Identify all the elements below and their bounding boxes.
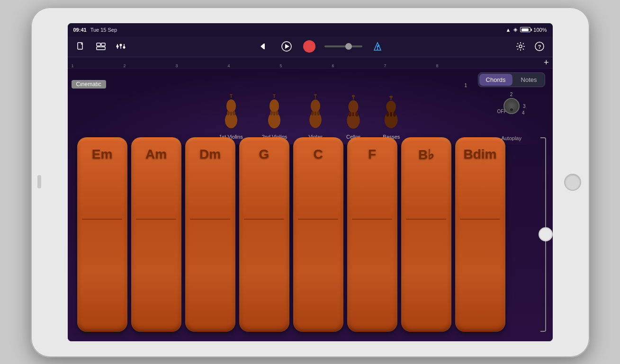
chord-name-bb: B♭	[418, 147, 434, 162]
chord-name-bdim: Bdim	[464, 147, 497, 162]
svg-point-34	[311, 99, 320, 112]
svg-point-31	[276, 111, 279, 115]
rewind-button[interactable]	[256, 39, 271, 54]
timeline-ruler: 1 2 3 4 5 6 7 8 +	[68, 57, 553, 69]
autoplay-label: Autoplay	[501, 135, 521, 141]
svg-point-17	[519, 45, 522, 48]
chord-name-em: Em	[92, 147, 113, 162]
autoplay-label-2: 2	[510, 92, 513, 97]
mixer-button[interactable]	[113, 39, 128, 54]
arrange-button[interactable]	[93, 39, 108, 54]
status-date: Tue 15 Sep	[90, 27, 117, 33]
svg-point-48	[386, 100, 396, 113]
home-button[interactable]	[564, 174, 581, 191]
ipad-frame: 09:41 Tue 15 Sep ▲ ◈ 100%	[31, 7, 590, 357]
svg-rect-50	[390, 112, 392, 116]
chord-name-c: C	[313, 147, 323, 162]
svg-point-44	[349, 112, 351, 116]
status-right: ▲ ◈ 100%	[505, 27, 547, 33]
svg-point-23	[227, 111, 230, 115]
autoplay-label-1: 1	[465, 83, 467, 88]
cinematic-label: Cinematic	[72, 80, 106, 89]
autoplay-label-3: 3	[523, 103, 526, 108]
autoplay-knob-container: 2 3 OFF 4	[497, 92, 526, 120]
svg-point-20	[226, 99, 236, 113]
chord-pad-dm[interactable]: Dm	[185, 137, 235, 332]
ruler-mark-8: 8	[436, 63, 439, 68]
svg-point-52	[393, 112, 396, 116]
chord-pad-g[interactable]: G	[239, 137, 289, 332]
autoplay-knob-dial[interactable]	[503, 98, 520, 114]
svg-point-33	[273, 94, 276, 95]
chord-name-am: Am	[145, 147, 167, 162]
play-button[interactable]	[279, 39, 294, 54]
battery-icon	[520, 27, 530, 32]
main-content: Cinematic 1st Violins	[68, 69, 553, 341]
add-track-button[interactable]: +	[544, 58, 549, 68]
chord-pad-c[interactable]: C	[293, 137, 343, 332]
side-bracket	[538, 137, 549, 332]
ruler-mark-7: 7	[384, 63, 386, 68]
ruler-mark-2: 2	[124, 63, 126, 68]
chord-pad-bdim[interactable]: Bdim	[455, 137, 505, 332]
status-bar: 09:41 Tue 15 Sep ▲ ◈ 100%	[68, 23, 553, 36]
chord-pad-f[interactable]: F	[347, 137, 397, 332]
instrument-1st-violins[interactable]: 1st Violins	[219, 94, 243, 140]
record-button[interactable]	[302, 39, 317, 54]
battery-label: 100%	[533, 27, 547, 33]
help-button[interactable]: ?	[532, 39, 547, 54]
svg-point-41	[349, 100, 359, 113]
toolbar-right: ?	[513, 39, 547, 54]
metronome-button[interactable]	[370, 39, 385, 54]
svg-rect-22	[230, 112, 232, 115]
ruler: 1 2 3 4 5 6 7 8	[72, 57, 540, 68]
chord-pad-am[interactable]: Am	[131, 137, 181, 332]
autoplay-control: 2 3 OFF 4 1 Autoplay	[497, 92, 526, 141]
svg-text:?: ?	[538, 44, 541, 50]
instrument-basses[interactable]: Basses	[382, 94, 401, 140]
ruler-mark-3: 3	[176, 63, 178, 68]
chord-name-f: F	[368, 147, 376, 162]
svg-point-51	[386, 112, 389, 116]
instrument-violas[interactable]: Violas	[306, 94, 325, 140]
toolbar: ?	[68, 36, 553, 57]
svg-point-7	[119, 44, 122, 46]
status-time: 09:41	[73, 27, 87, 33]
side-button[interactable]	[37, 175, 41, 188]
svg-rect-1	[97, 43, 100, 46]
chord-name-g: G	[259, 147, 270, 162]
bracket-handle[interactable]	[539, 227, 553, 241]
notes-toggle-button[interactable]: Notes	[514, 74, 544, 86]
controls-panel: Chords Notes 2 3 OFF 4 1 Autopl	[478, 72, 545, 141]
autoplay-label-4: 4	[522, 110, 525, 115]
transport-controls	[133, 39, 508, 54]
ruler-mark-6: 6	[332, 63, 334, 68]
svg-point-54	[389, 96, 393, 98]
chord-pad-em[interactable]: Em	[77, 137, 127, 332]
svg-rect-36	[314, 111, 316, 115]
volume-slider[interactable]	[324, 45, 362, 47]
svg-point-30	[270, 111, 273, 115]
svg-marker-13	[285, 44, 289, 49]
svg-point-47	[352, 95, 355, 97]
svg-point-27	[270, 99, 279, 113]
svg-point-24	[233, 111, 235, 115]
svg-point-26	[230, 94, 233, 95]
chord-name-dm: Dm	[199, 147, 221, 162]
svg-point-45	[355, 112, 358, 116]
instrument-2nd-violins[interactable]: 2nd Violins	[262, 94, 288, 140]
signal-icon: ▲	[505, 27, 511, 33]
knob-indicator	[510, 108, 513, 111]
svg-point-38	[317, 111, 320, 115]
instrument-cellos[interactable]: Cellos	[344, 94, 363, 140]
chord-pads: Em Am Dm G C F B♭	[68, 137, 515, 341]
svg-rect-43	[352, 112, 354, 116]
settings-button[interactable]	[513, 39, 528, 54]
svg-point-37	[311, 111, 314, 115]
wifi-icon: ◈	[513, 27, 517, 33]
chord-pad-bb[interactable]: B♭	[401, 137, 451, 332]
new-song-button[interactable]	[73, 39, 89, 54]
svg-rect-11	[264, 44, 265, 49]
chords-toggle-button[interactable]: Chords	[479, 74, 512, 86]
ruler-mark-1: 1	[72, 63, 74, 68]
